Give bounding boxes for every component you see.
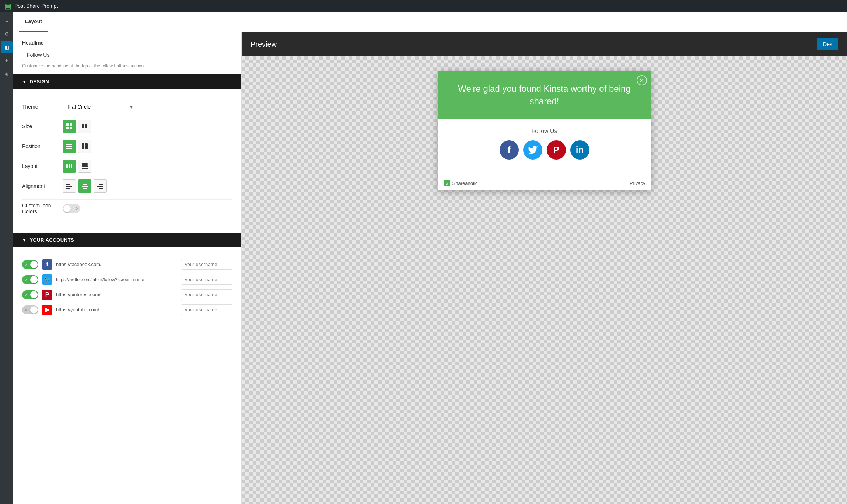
layout-horizontal-button[interactable] xyxy=(63,160,76,173)
svg-rect-0 xyxy=(66,123,69,126)
social-facebook-icon[interactable]: f xyxy=(500,140,519,160)
svg-rect-19 xyxy=(66,184,70,185)
facebook-toggle[interactable]: ✓ xyxy=(22,260,38,269)
svg-rect-4 xyxy=(82,124,84,126)
twitter-url: https://twitter.com/intent/follow?screen… xyxy=(56,277,177,282)
svg-rect-18 xyxy=(82,168,88,169)
social-twitter-icon[interactable] xyxy=(523,140,542,160)
account-row-youtube: ✕ ▶ https://youtube.com/ xyxy=(22,304,232,315)
svg-rect-17 xyxy=(82,165,88,167)
modal-footer: S Shareaholic Privacy xyxy=(438,176,651,190)
des-button[interactable]: Des xyxy=(817,38,838,50)
svg-rect-11 xyxy=(82,143,84,149)
facebook-username-input[interactable] xyxy=(181,259,232,270)
accounts-chevron-icon: ▼ xyxy=(22,238,27,243)
facebook-url: https://facebook.com/ xyxy=(56,262,177,267)
panel-header: Layout xyxy=(13,12,847,32)
accounts-section-header[interactable]: ▼ YOUR ACCOUNTS xyxy=(13,233,241,247)
pinterest-username-input[interactable] xyxy=(181,289,232,300)
size-small-button[interactable] xyxy=(78,120,91,133)
modal-close-button[interactable]: ✕ xyxy=(637,75,647,85)
privacy-link[interactable]: Privacy xyxy=(630,181,645,186)
twitter-toggle[interactable]: ✓ xyxy=(22,275,38,284)
left-sidebar: ≡ ⚙ ◧ ✦ ◈ xyxy=(0,12,13,504)
modal-preview: We're glad you found Kinsta worthy of be… xyxy=(438,71,651,190)
twitter-username-input[interactable] xyxy=(181,274,232,285)
size-label: Size xyxy=(22,123,63,129)
toggle-knob xyxy=(63,205,71,212)
shareaholic-logo-icon: S xyxy=(444,180,450,186)
layout-horizontal-icon xyxy=(66,162,73,170)
layout-vertical-button[interactable] xyxy=(78,160,91,173)
headline-label: Headline xyxy=(22,40,232,46)
sidebar-icon-5[interactable]: ◈ xyxy=(1,68,13,80)
left-panel: Headline Customize the headline at the t… xyxy=(13,32,242,504)
svg-rect-10 xyxy=(66,148,72,149)
position-label: Position xyxy=(22,143,63,149)
top-bar: ▣ Post Share Prompt xyxy=(0,0,847,12)
tab-layout[interactable]: Layout xyxy=(19,12,48,32)
design-section-header[interactable]: ▼ DESIGN xyxy=(13,74,241,89)
design-chevron-icon: ▼ xyxy=(22,79,27,84)
position-controls xyxy=(63,140,91,153)
custom-colors-row: Custom Icon Colors ✕ xyxy=(22,203,232,214)
facebook-toggle-check-icon: ✓ xyxy=(24,262,28,267)
account-row-twitter: ✓ 🐦 https://twitter.com/intent/follow?sc… xyxy=(22,274,232,285)
pinterest-toggle[interactable]: ✓ xyxy=(22,290,38,299)
svg-rect-3 xyxy=(70,127,72,129)
youtube-toggle-x-icon: ✕ xyxy=(24,307,28,312)
theme-select[interactable]: Flat Circle Flat Square Classic xyxy=(63,101,136,113)
position-split-button[interactable] xyxy=(78,140,91,153)
youtube-toggle-knob xyxy=(30,306,38,314)
svg-rect-21 xyxy=(66,188,70,189)
sidebar-icon-3[interactable]: ◧ xyxy=(1,41,13,53)
youtube-username-input[interactable] xyxy=(181,304,232,315)
svg-rect-26 xyxy=(97,186,103,187)
account-row-pinterest: ✓ P https://pinterest.com/ xyxy=(22,289,232,300)
size-small-icon xyxy=(81,123,88,130)
svg-rect-15 xyxy=(71,164,72,168)
headline-input[interactable] xyxy=(22,49,232,61)
twitter-toggle-knob xyxy=(30,276,38,283)
shareaholic-brand-name: Shareaholic xyxy=(452,181,478,186)
right-panel: Preview Des We're glad you found Kinsta … xyxy=(242,32,847,504)
align-right-icon xyxy=(97,182,104,190)
sidebar-icon-1[interactable]: ≡ xyxy=(1,15,13,27)
sidebar-icon-2[interactable]: ⚙ xyxy=(1,28,13,40)
svg-rect-20 xyxy=(66,186,72,187)
facebook-toggle-knob xyxy=(30,261,38,268)
app-icon: ▣ xyxy=(4,1,11,10)
alignment-label: Alignment xyxy=(22,183,63,189)
sidebar-icon-4[interactable]: ✦ xyxy=(1,55,13,66)
size-controls xyxy=(63,120,91,133)
social-linkedin-icon[interactable]: in xyxy=(570,140,589,160)
youtube-toggle[interactable]: ✕ xyxy=(22,305,38,314)
svg-rect-22 xyxy=(83,184,87,185)
twitter-toggle-check-icon: ✓ xyxy=(24,277,28,282)
account-row-facebook: ✓ f https://facebook.com/ xyxy=(22,259,232,270)
design-section-label: DESIGN xyxy=(29,79,49,84)
accounts-list: ✓ f https://facebook.com/ ✓ 🐦 xyxy=(22,253,232,325)
theme-row: Theme Flat Circle Flat Square Classic ▾ xyxy=(22,101,232,113)
layout-controls xyxy=(63,160,91,173)
size-large-icon xyxy=(66,123,73,130)
divider-1 xyxy=(22,199,232,200)
theme-label: Theme xyxy=(22,104,63,110)
toggle-x-icon: ✕ xyxy=(76,206,79,211)
svg-rect-16 xyxy=(82,163,88,165)
size-large-button[interactable] xyxy=(63,120,76,133)
facebook-platform-icon: f xyxy=(42,259,52,270)
position-bar-button[interactable] xyxy=(63,140,76,153)
align-right-button[interactable] xyxy=(94,179,107,193)
preview-area: We're glad you found Kinsta worthy of be… xyxy=(242,56,847,504)
social-pinterest-icon[interactable]: P xyxy=(547,140,566,160)
position-split-icon xyxy=(81,143,88,150)
size-row: Size xyxy=(22,120,232,133)
custom-colors-toggle[interactable]: ✕ xyxy=(63,204,80,213)
layout-label: Layout xyxy=(22,163,63,169)
svg-rect-25 xyxy=(99,184,103,185)
align-center-button[interactable] xyxy=(78,179,91,193)
svg-rect-23 xyxy=(82,186,88,187)
youtube-platform-icon: ▶ xyxy=(42,305,52,315)
align-left-button[interactable] xyxy=(63,179,76,193)
